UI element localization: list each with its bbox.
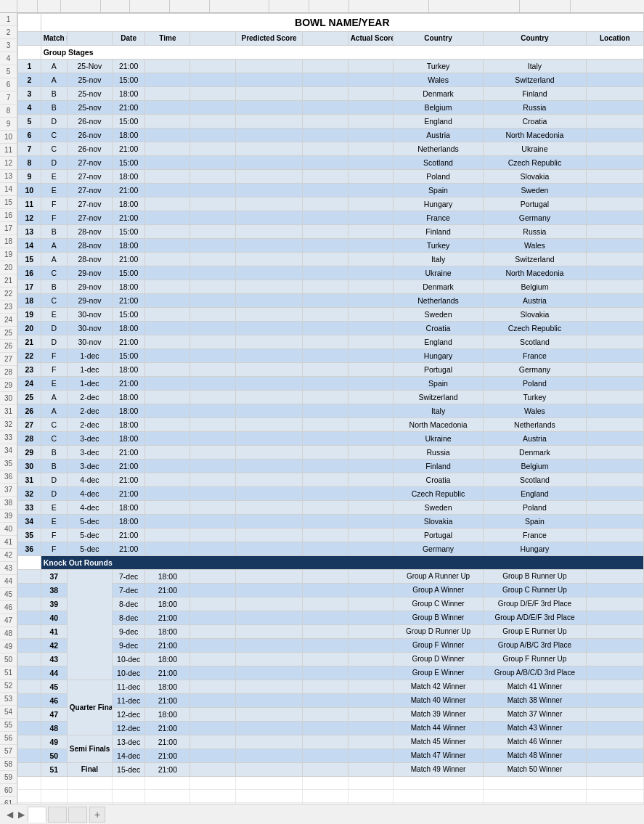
col-header-k bbox=[429, 0, 520, 12]
match-row: 16C29-nov15:00UkraineNorth Macedonia bbox=[18, 266, 644, 280]
row-num-23: 23 bbox=[0, 301, 17, 314]
col-header-a bbox=[17, 0, 38, 12]
match-row: 10E27-nov21:00SpainSweden bbox=[18, 184, 644, 197]
empty-row bbox=[18, 777, 644, 790]
match-row: 26A2-dec18:00ItalyWales bbox=[18, 404, 644, 418]
knockout-match-row: 51Final15-dec21:00Match 49 WinnerMatch 5… bbox=[18, 763, 644, 777]
row-num-7: 7 bbox=[0, 91, 17, 105]
row-num-14: 14 bbox=[0, 183, 17, 196]
knockout-match-row: 45Quarter Finals11-dec18:00Match 42 Winn… bbox=[18, 680, 644, 694]
row-num-24: 24 bbox=[0, 314, 17, 327]
table-row: BOWL NAME/YEAR bbox=[18, 14, 644, 32]
row-num-15: 15 bbox=[0, 196, 17, 209]
row-num-47: 47 bbox=[0, 614, 17, 627]
col-header-j bbox=[349, 0, 429, 12]
match-row: 18C29-nov21:00NetherlandsAustria bbox=[18, 294, 644, 308]
row-num-5: 5 bbox=[0, 65, 17, 78]
row-num-27: 27 bbox=[0, 353, 17, 366]
tab-disclaimer[interactable] bbox=[68, 807, 87, 823]
match-row: 5D26-nov15:00EnglandCroatia bbox=[18, 115, 644, 129]
row-num-26: 26 bbox=[0, 340, 17, 353]
row-num-12: 12 bbox=[0, 157, 17, 170]
knockout-match-row: 387-dec21:00Group A WinnerGroup C Runner… bbox=[18, 584, 644, 597]
spreadsheet-body: 1234567891011121314151617181920212223242… bbox=[0, 13, 644, 824]
col-header-l bbox=[520, 0, 571, 12]
col-header-g bbox=[210, 0, 269, 12]
spreadsheet: 1234567891011121314151617181920212223242… bbox=[0, 0, 644, 824]
match-row: 34E5-dec18:00SlovakiaSpain bbox=[18, 515, 644, 529]
row-num-60: 60 bbox=[0, 784, 17, 797]
knockout-match-row: 49Semi Finals13-dec21:00Match 45 WinnerM… bbox=[18, 735, 644, 749]
knockout-match-row: 398-dec18:00Group C WinnerGroup D/E/F 3r… bbox=[18, 597, 644, 611]
row-num-39: 39 bbox=[0, 510, 17, 523]
match-row: 13B28-nov15:00FinlandRussia bbox=[18, 225, 644, 239]
row-num-36: 36 bbox=[0, 470, 17, 484]
knockout-header-row: Knock Out Rounds bbox=[18, 556, 644, 570]
row-num-32: 32 bbox=[0, 418, 17, 431]
empty-row bbox=[18, 790, 644, 803]
match-row: 1A25-Nov21:00TurkeyItaly bbox=[18, 60, 644, 73]
tab-add-button[interactable]: + bbox=[89, 807, 105, 823]
row-num-43: 43 bbox=[0, 562, 17, 575]
tab-arrow-right[interactable]: ▶ bbox=[15, 809, 27, 820]
match-row: 7C26-nov21:00NetherlandsUkraine bbox=[18, 142, 644, 156]
knockout-match-row: 4410-dec21:00Group E WinnerGroup A/B/C/D… bbox=[18, 666, 644, 680]
row-num-46: 46 bbox=[0, 601, 17, 614]
row-num-33: 33 bbox=[0, 431, 17, 444]
tab-euro-bowl[interactable] bbox=[48, 807, 67, 823]
corner-cell bbox=[0, 0, 17, 12]
match-row: 9E27-nov18:00PolandSlovakia bbox=[18, 170, 644, 184]
row-num-29: 29 bbox=[0, 379, 17, 392]
row-num-2: 2 bbox=[0, 26, 17, 39]
match-row: 28C3-dec18:00UkraineAustria bbox=[18, 432, 644, 446]
row-num-30: 30 bbox=[0, 392, 17, 405]
match-row: 35F5-dec21:00PortugalFrance bbox=[18, 529, 644, 542]
col-header-f bbox=[170, 0, 210, 12]
knockout-match-row: 377-dec18:00Group A Runner UpGroup B Run… bbox=[18, 570, 644, 584]
row-num-53: 53 bbox=[0, 693, 17, 706]
row-num-57: 57 bbox=[0, 745, 17, 758]
match-row: 15A28-nov21:00ItalySwitzerland bbox=[18, 253, 644, 266]
tab-printable-bowl[interactable] bbox=[28, 807, 46, 823]
row-num-20: 20 bbox=[0, 261, 17, 274]
tab-arrow-left[interactable]: ◀ bbox=[4, 809, 15, 820]
row-num-58: 58 bbox=[0, 758, 17, 771]
row-num-9: 9 bbox=[0, 118, 17, 131]
match-row: 4B25-nov21:00BelgiumRussia bbox=[18, 101, 644, 115]
col-header-d bbox=[101, 0, 130, 12]
match-row: 31D4-dec21:00CroatiaScotland bbox=[18, 473, 644, 487]
match-row: 12F27-nov21:00FranceGermany bbox=[18, 211, 644, 225]
tabs-bar: ◀ ▶ + bbox=[0, 804, 644, 824]
header-row: Match #DateTimePredicted ScoreActual Sco… bbox=[18, 32, 644, 46]
row-num-51: 51 bbox=[0, 666, 17, 680]
main-content: BOWL NAME/YEARMatch #DateTimePredicted S… bbox=[17, 13, 644, 824]
row-num-35: 35 bbox=[0, 457, 17, 470]
knockout-match-row: 4310-dec18:00Group D WinnerGroup F Runne… bbox=[18, 653, 644, 666]
match-row: 11F27-nov18:00HungaryPortugal bbox=[18, 197, 644, 211]
row-numbers: 1234567891011121314151617181920212223242… bbox=[0, 13, 17, 824]
row-num-48: 48 bbox=[0, 627, 17, 640]
match-row: 23F1-dec18:00PortugalGermany bbox=[18, 363, 644, 377]
row-num-40: 40 bbox=[0, 523, 17, 536]
match-row: 19E30-nov15:00SwedenSlovakia bbox=[18, 308, 644, 322]
row-num-28: 28 bbox=[0, 366, 17, 379]
col-header-i bbox=[309, 0, 349, 12]
knockout-match-row: 408-dec21:00Group B WinnerGroup A/D/E/F … bbox=[18, 611, 644, 625]
row-num-11: 11 bbox=[0, 144, 17, 157]
match-row: 30B3-dec21:00FinlandBelgium bbox=[18, 460, 644, 473]
row-num-18: 18 bbox=[0, 235, 17, 248]
row-num-17: 17 bbox=[0, 222, 17, 235]
row-num-16: 16 bbox=[0, 209, 17, 222]
match-row: 24E1-dec21:00SpainPoland bbox=[18, 377, 644, 391]
match-row: 32D4-dec21:00Czech RepublicEngland bbox=[18, 487, 644, 501]
row-num-25: 25 bbox=[0, 327, 17, 340]
col-header-e bbox=[130, 0, 170, 12]
match-row: 36F5-dec21:00GermanyHungary bbox=[18, 542, 644, 556]
row-num-34: 34 bbox=[0, 444, 17, 457]
row-num-37: 37 bbox=[0, 484, 17, 497]
row-num-13: 13 bbox=[0, 170, 17, 183]
row-num-6: 6 bbox=[0, 78, 17, 91]
row-num-54: 54 bbox=[0, 706, 17, 719]
row-num-38: 38 bbox=[0, 497, 17, 510]
knockout-match-row: 419-dec18:00Group D Runner UpGroup E Run… bbox=[18, 625, 644, 639]
